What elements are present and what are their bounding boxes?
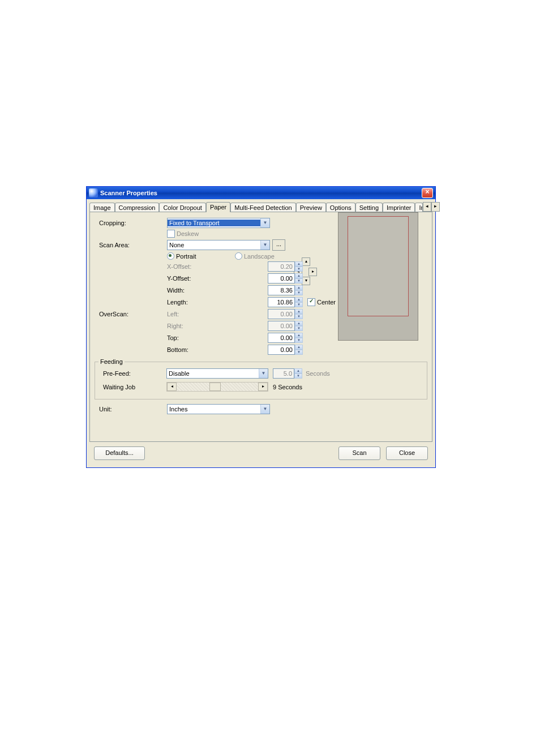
paper-tab-body: Cropping: Fixed to Transport ▼ Deskew Sc… <box>89 212 432 442</box>
prefeed-seconds-value: 5.0 <box>273 368 294 379</box>
spin-down-icon: ▼ <box>294 373 302 379</box>
overscan-top-value: 0.00 <box>268 333 295 343</box>
unit-value: Inches <box>168 406 260 413</box>
slider-thumb[interactable] <box>209 383 221 391</box>
spin-down-icon[interactable]: ▼ <box>295 290 303 295</box>
tab-paper[interactable]: Paper <box>206 202 230 212</box>
waiting-job-value: 9 Seconds <box>268 384 302 390</box>
width-spinner[interactable]: 8.36 ▲ ▼ <box>268 285 303 295</box>
tab-image[interactable]: Image <box>89 203 115 212</box>
scan-area-more-button[interactable]: ... <box>272 239 285 251</box>
scanner-properties-window: Scanner Properties × Image Compression C… <box>86 186 436 468</box>
prefeed-value: Disable <box>167 370 259 377</box>
deskew-checkbox <box>167 230 175 238</box>
landscape-radio <box>235 252 242 260</box>
cropping-value: Fixed to Transport <box>168 220 260 226</box>
unit-dropdown[interactable]: Inches ▼ <box>167 404 270 414</box>
tab-color-dropout[interactable]: Color Dropout <box>159 203 205 212</box>
tabs-row: Image Compression Color Dropout Paper Mu… <box>88 200 434 212</box>
deskew-label: Deskew <box>177 230 199 237</box>
overscan-right-spinner: 0.00 ▲▼ <box>268 321 303 331</box>
cropping-dropdown[interactable]: Fixed to Transport ▼ <box>167 218 270 228</box>
length-value: 10.86 <box>268 297 295 307</box>
overscan-bottom-spinner[interactable]: 0.00 ▲▼ <box>268 345 303 355</box>
scan-area-label: Scan Area: <box>95 242 167 248</box>
button-row: Defaults... Scan Close <box>94 446 428 460</box>
spin-down-icon[interactable]: ▼ <box>295 302 303 307</box>
spin-up-icon[interactable]: ▲ <box>295 297 303 302</box>
tab-information[interactable]: In <box>415 203 423 212</box>
tabs-scroll: ◂ ▸ <box>423 202 440 212</box>
width-value: 8.36 <box>268 285 295 295</box>
close-icon[interactable]: × <box>422 188 433 198</box>
spin-up-icon[interactable]: ▲ <box>295 345 303 350</box>
spin-up-icon[interactable]: ▲ <box>295 273 303 278</box>
width-label: Width: <box>167 287 235 294</box>
spin-down-icon: ▼ <box>295 326 303 331</box>
tab-multifeed[interactable]: Multi-Feed Detection <box>230 203 296 212</box>
spin-down-icon: ▼ <box>295 267 303 272</box>
prefeed-seconds-spinner: 5.0 ▲▼ <box>273 368 302 379</box>
slider-track[interactable] <box>177 383 258 391</box>
chevron-down-icon[interactable]: ▼ <box>260 405 269 414</box>
window-title: Scanner Properties <box>100 190 422 196</box>
overscan-label: OverScan: <box>95 311 167 317</box>
spin-down-icon: ▼ <box>295 314 303 319</box>
defaults-button[interactable]: Defaults... <box>94 446 145 460</box>
spin-up-icon: ▲ <box>295 309 303 314</box>
overscan-right-label: Right: <box>167 323 235 329</box>
center-label: Center <box>317 299 336 306</box>
overscan-left-label: Left: <box>167 311 235 317</box>
scan-button[interactable]: Scan <box>338 446 380 460</box>
scan-area-value: None <box>168 242 260 248</box>
spin-up-icon: ▲ <box>295 321 303 326</box>
x-offset-value: 0.20 <box>268 261 295 272</box>
unit-label: Unit: <box>95 406 167 413</box>
x-offset-spinner: 0.20 ▲ ▼ <box>268 261 303 272</box>
chevron-down-icon[interactable]: ▼ <box>259 369 268 378</box>
portrait-radio[interactable] <box>167 252 174 260</box>
tab-imprinter[interactable]: Imprinter <box>383 203 415 212</box>
prefeed-label: Pre-Feed: <box>98 370 166 377</box>
titlebar[interactable]: Scanner Properties × <box>87 187 435 199</box>
overscan-top-spinner[interactable]: 0.00 ▲▼ <box>268 333 303 343</box>
tab-options[interactable]: Options <box>326 203 355 212</box>
spin-down-icon[interactable]: ▼ <box>295 350 303 355</box>
overscan-right-value: 0.00 <box>268 321 295 331</box>
spin-down-icon[interactable]: ▼ <box>295 278 303 284</box>
tab-preview[interactable]: Preview <box>296 203 326 212</box>
y-offset-spinner[interactable]: 0.00 ▲ ▼ <box>268 273 303 284</box>
close-button[interactable]: Close <box>386 446 428 460</box>
overscan-left-value: 0.00 <box>268 309 295 319</box>
spin-up-icon[interactable]: ▲ <box>295 285 303 290</box>
chevron-down-icon[interactable]: ▼ <box>260 218 269 227</box>
waiting-job-slider[interactable]: ◂ ▸ <box>166 382 268 392</box>
center-checkbox[interactable] <box>307 298 315 306</box>
landscape-label: Landscape <box>244 253 275 260</box>
feeding-legend: Feeding <box>98 358 125 365</box>
slider-right-icon[interactable]: ▸ <box>258 383 268 391</box>
chevron-down-icon[interactable]: ▼ <box>260 240 269 250</box>
prefeed-seconds-label: Seconds <box>302 370 330 377</box>
length-spinner[interactable]: 10.86 ▲ ▼ <box>268 297 303 307</box>
cropping-label: Cropping: <box>95 220 167 226</box>
y-offset-value: 0.00 <box>268 273 295 284</box>
tab-compression[interactable]: Compression <box>115 203 160 212</box>
spin-down-icon[interactable]: ▼ <box>295 338 303 343</box>
length-label: Length: <box>167 299 235 306</box>
feeding-group: Feeding Pre-Feed: Disable ▼ 5.0 ▲▼ Secon… <box>95 358 427 400</box>
tabs-scroll-left-icon[interactable]: ◂ <box>423 202 431 212</box>
scanner-icon <box>89 188 98 197</box>
x-offset-label: X-Offset: <box>167 263 235 270</box>
spin-up-icon[interactable]: ▲ <box>295 333 303 338</box>
scan-area-dropdown[interactable]: None ▼ <box>167 240 270 250</box>
tabs-scroll-right-icon[interactable]: ▸ <box>431 202 440 212</box>
prefeed-dropdown[interactable]: Disable ▼ <box>166 368 268 379</box>
overscan-left-spinner: 0.00 ▲▼ <box>268 309 303 319</box>
overscan-bottom-value: 0.00 <box>268 345 295 355</box>
spin-up-icon: ▲ <box>294 368 302 373</box>
tab-setting[interactable]: Setting <box>355 203 383 212</box>
slider-left-icon[interactable]: ◂ <box>167 383 177 391</box>
overscan-bottom-label: Bottom: <box>167 346 235 353</box>
client-area: Image Compression Color Dropout Paper Mu… <box>88 200 434 466</box>
